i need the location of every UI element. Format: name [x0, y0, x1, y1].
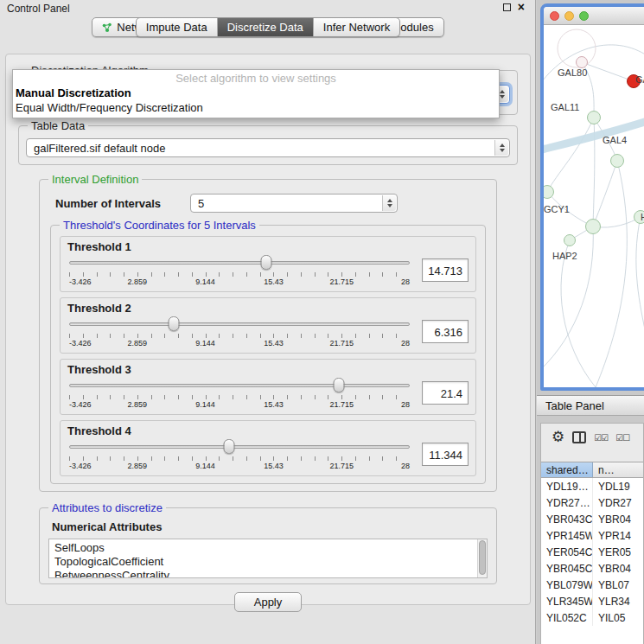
- scale-label: -3.426: [69, 277, 92, 286]
- zoom-traffic-light-icon[interactable]: [579, 11, 589, 21]
- attributes-list[interactable]: SelfLoopsTopologicalCoefficientBetweenne…: [48, 539, 488, 578]
- bottom-tab-infer-network[interactable]: Infer Network: [313, 18, 399, 36]
- bottom-tab-impute-data[interactable]: Impute Data: [137, 18, 217, 36]
- minimize-traffic-light-icon[interactable]: [564, 11, 574, 21]
- table-toolbar: ⚙ ☑☑ ☑☐: [541, 424, 643, 451]
- slider-track[interactable]: [69, 322, 410, 326]
- column-header-n[interactable]: n…: [593, 462, 643, 477]
- scale-label: -3.426: [69, 462, 92, 470]
- scale-label: 2.859: [128, 462, 148, 470]
- attribute-item-betweennesscentrality[interactable]: BetweennessCentrality: [54, 569, 481, 578]
- threshold-panel: Threshold 3-3.4262.8599.14415.4321.71528…: [60, 359, 476, 415]
- scale-label: 2.859: [128, 277, 148, 286]
- slider-thumb[interactable]: [260, 255, 271, 270]
- threshold-slider[interactable]: -3.4262.8599.14415.4321.71528: [67, 439, 411, 474]
- table-row[interactable]: YLR345WYLR34: [541, 593, 643, 609]
- group-label: Attributes to discretize: [48, 501, 166, 514]
- table-row[interactable]: YER054CYER05: [541, 544, 643, 560]
- table-row[interactable]: YBL079WYBL07: [541, 577, 643, 593]
- slider-thumb[interactable]: [224, 439, 235, 454]
- table-panel-header[interactable]: Table Panel: [537, 395, 644, 416]
- table-cell[interactable]: YER054C: [541, 544, 593, 560]
- table-cell[interactable]: YDR27…: [541, 494, 593, 511]
- network-canvas[interactable]: GAL80GAGAL11GAL4GCY1HHAP2: [544, 25, 644, 387]
- node-label-gal4: GAL4: [603, 135, 627, 145]
- gear-icon[interactable]: ⚙: [552, 430, 564, 444]
- slider-track[interactable]: [69, 445, 410, 449]
- table-cell[interactable]: YDL19: [593, 478, 643, 494]
- node-label-h: H: [641, 212, 644, 222]
- threshold-slider[interactable]: -3.4262.8599.14415.4321.71528: [67, 316, 411, 351]
- table-cell[interactable]: YBR043C: [541, 511, 593, 527]
- network-node[interactable]: [564, 234, 576, 246]
- threshold-value-field[interactable]: 6.316: [422, 320, 469, 343]
- scale-label: 9.144: [195, 462, 215, 470]
- table-cell[interactable]: YER05: [593, 544, 643, 560]
- scale-label: 15.43: [264, 339, 284, 348]
- algorithm-option-manual-discretization[interactable]: Manual Discretization: [13, 86, 499, 100]
- columns-icon[interactable]: [572, 431, 586, 443]
- slider-track[interactable]: [69, 261, 410, 265]
- attribute-item-topologicalcoefficient[interactable]: TopologicalCoefficient: [54, 555, 481, 569]
- table-cell[interactable]: YLR345W: [541, 593, 593, 609]
- network-node[interactable]: [576, 56, 588, 68]
- threshold-label: Threshold 1: [67, 240, 469, 253]
- table-rows: YDL19…YDL19YDR27…YDR27YBR043CYBR04YPR145…: [541, 478, 643, 644]
- select-none-icon[interactable]: ☑☐: [615, 433, 629, 443]
- slider-thumb[interactable]: [334, 378, 345, 392]
- list-scrollbar[interactable]: [477, 539, 487, 577]
- table-row[interactable]: YDR27…YDR27: [541, 494, 643, 511]
- threshold-value-field[interactable]: 11.344: [422, 443, 469, 466]
- network-node[interactable]: [585, 219, 601, 234]
- table-row[interactable]: YIL052CYIL05: [541, 609, 643, 626]
- scale-label: 28: [401, 277, 410, 286]
- select-all-icon[interactable]: ☑☑: [594, 433, 608, 443]
- scale-label: 2.859: [128, 400, 148, 409]
- table-cell[interactable]: YBR04: [593, 560, 643, 577]
- table-cell[interactable]: YLR34: [593, 593, 643, 609]
- table-cell[interactable]: YBR04: [593, 511, 643, 527]
- table-row[interactable]: YPR145WYPR14: [541, 527, 643, 544]
- network-window-titlebar[interactable]: [544, 7, 644, 25]
- number-of-intervals-select[interactable]: 5: [190, 194, 398, 213]
- table-row[interactable]: YBR043CYBR04: [541, 511, 643, 527]
- right-column: GAL80GAGAL11GAL4GCY1HHAP2 Table Panel ⚙ …: [537, 0, 644, 644]
- group-label: Table Data: [28, 119, 88, 132]
- table-cell[interactable]: YIL052C: [541, 609, 593, 626]
- bottom-tab-discretize-data[interactable]: Discretize Data: [217, 18, 313, 36]
- table-cell[interactable]: YBR045C: [541, 560, 593, 577]
- algorithm-option-equal-width-frequency-discretization[interactable]: Equal Width/Frequency Discretization: [13, 100, 499, 115]
- tab-label: Infer Network: [323, 21, 390, 34]
- column-header-shared[interactable]: shared…: [541, 462, 593, 477]
- table-panel-window: ⚙ ☑☑ ☑☐ shared…n… YDL19…YDL19YDR27…YDR27…: [540, 423, 644, 644]
- threshold-slider[interactable]: -3.4262.8599.14415.4321.71528: [67, 255, 411, 290]
- table-data-group: Table Data galFiltered.sif default node: [18, 125, 518, 165]
- screen: Control Panel × NetworkStyleSelectCyni T…: [0, 0, 644, 644]
- slider-ticks: [69, 395, 410, 399]
- threshold-value-field[interactable]: 14.713: [422, 258, 469, 282]
- scrollbar-thumb[interactable]: [479, 540, 486, 575]
- table-row[interactable]: YDL19…YDL19: [541, 478, 643, 494]
- network-node[interactable]: [587, 111, 601, 124]
- control-panel-titlebar: Control Panel ×: [0, 0, 535, 17]
- table-cell[interactable]: YDL19…: [541, 478, 593, 494]
- table-cell[interactable]: YIL05: [593, 609, 643, 626]
- attribute-item-selfloops[interactable]: SelfLoops: [54, 541, 481, 555]
- slider-track[interactable]: [69, 384, 410, 387]
- float-window-icon[interactable]: [503, 3, 511, 11]
- table-cell[interactable]: YBL07: [593, 577, 643, 593]
- close-traffic-light-icon[interactable]: [550, 11, 559, 21]
- table-data-select[interactable]: galFiltered.sif default node: [26, 138, 510, 157]
- table-cell[interactable]: YPR145W: [541, 527, 593, 544]
- scale-label: 21.715: [329, 339, 354, 348]
- apply-button[interactable]: Apply: [234, 592, 303, 612]
- table-cell[interactable]: YDR27: [593, 494, 643, 511]
- table-cell[interactable]: YPR14: [593, 527, 643, 544]
- table-cell[interactable]: YBL079W: [541, 577, 593, 593]
- threshold-slider[interactable]: -3.4262.8599.14415.4321.71528: [67, 378, 411, 412]
- close-window-icon[interactable]: ×: [518, 3, 525, 11]
- threshold-value-field[interactable]: 21.4: [422, 381, 469, 405]
- table-row[interactable]: YBR045CYBR04: [541, 560, 643, 577]
- network-node[interactable]: [610, 154, 624, 168]
- slider-thumb[interactable]: [169, 316, 180, 331]
